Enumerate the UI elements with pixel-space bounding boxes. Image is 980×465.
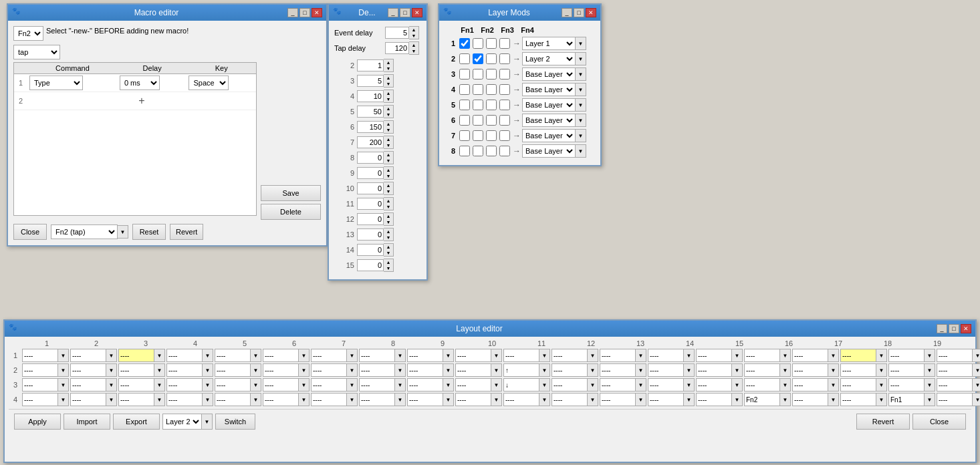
key-input-r2-c9[interactable] — [407, 363, 443, 377]
delay-up-10[interactable]: ▲ — [384, 182, 393, 188]
revert-layout-button[interactable]: Revert — [856, 414, 910, 430]
add-command-btn[interactable]: + — [29, 94, 254, 108]
layer-dropdown-6[interactable]: ▼ — [576, 114, 586, 127]
key-dropdown-r2-c18[interactable]: ▼ — [876, 363, 887, 377]
key-input-r2-c1[interactable] — [22, 363, 58, 377]
key-dropdown-r3-c19[interactable]: ▼ — [925, 378, 935, 392]
key-dropdown-r2-c16[interactable]: ▼ — [780, 363, 791, 377]
key-input-r1-c11[interactable] — [503, 349, 539, 362]
delay-down-12[interactable]: ▼ — [384, 219, 393, 225]
key-input-r1-c18[interactable] — [840, 349, 876, 362]
delay-down-11[interactable]: ▼ — [384, 204, 393, 210]
delay-down-13[interactable]: ▼ — [384, 235, 393, 241]
key-input-r4-c17[interactable] — [792, 393, 828, 406]
key-input-r3-c5[interactable] — [215, 378, 251, 392]
key-input-r1-c10[interactable] — [455, 349, 491, 362]
event-delay-up[interactable]: ▲ — [409, 27, 418, 33]
delay-select[interactable]: 0 ms — [120, 75, 160, 90]
key-input-r2-c19[interactable] — [888, 363, 925, 377]
revert-macro-button[interactable]: Revert — [170, 224, 203, 240]
fn2-check-5[interactable] — [473, 100, 483, 110]
key-input-r2-c10[interactable] — [455, 363, 491, 377]
delay-down-2[interactable]: ▼ — [384, 65, 393, 71]
fn1-check-5[interactable] — [459, 100, 470, 110]
key-dropdown-r4-c5[interactable]: ▼ — [251, 393, 261, 406]
fn2-check-2[interactable] — [473, 53, 483, 64]
delay-input-13[interactable] — [357, 228, 384, 241]
macro-editor-maximize[interactable]: □ — [299, 8, 310, 17]
key-input-r2-c6[interactable] — [263, 363, 299, 377]
fn1-check-6[interactable] — [459, 115, 470, 126]
key-dropdown-r3-c5[interactable]: ▼ — [251, 378, 261, 392]
key-input-r3-c7[interactable] — [311, 378, 347, 392]
key-dropdown-r2-c4[interactable]: ▼ — [203, 363, 213, 377]
key-dropdown-r1-c1[interactable]: ▼ — [58, 349, 69, 362]
key-input-r4-c15[interactable] — [696, 393, 732, 406]
fn4-check-3[interactable] — [499, 69, 510, 80]
fn1-check-4[interactable] — [459, 84, 470, 95]
key-dropdown-r2-c1[interactable]: ▼ — [58, 363, 69, 377]
key-dropdown-r4-c13[interactable]: ▼ — [636, 393, 646, 406]
key-input-r3-c4[interactable] — [166, 378, 203, 392]
apply-button[interactable]: Apply — [14, 414, 61, 430]
key-dropdown-r1-c4[interactable]: ▼ — [203, 349, 213, 362]
delay-down-15[interactable]: ▼ — [384, 265, 393, 271]
key-input-r2-c17[interactable] — [792, 363, 828, 377]
key-input-r4-c18[interactable] — [840, 393, 876, 406]
key-dropdown-r4-c7[interactable]: ▼ — [347, 393, 358, 406]
fn1-check-3[interactable] — [459, 69, 470, 80]
key-dropdown-r2-c2[interactable]: ▼ — [106, 363, 117, 377]
fn2-check-6[interactable] — [473, 115, 483, 126]
fn1-check-2[interactable] — [459, 53, 470, 64]
delay-editor-close[interactable]: ✕ — [412, 8, 422, 17]
key-input-r3-c13[interactable] — [600, 378, 636, 392]
key-dropdown-r1-c17[interactable]: ▼ — [828, 349, 839, 362]
key-input-r1-c12[interactable] — [552, 349, 588, 362]
delay-down-14[interactable]: ▼ — [384, 250, 393, 256]
key-input-r1-c8[interactable] — [359, 349, 395, 362]
fn4-check-7[interactable] — [499, 130, 510, 141]
tap-select[interactable]: tap — [13, 45, 60, 59]
key-input-r1-c7[interactable] — [311, 349, 347, 362]
key-dropdown-r4-c1[interactable]: ▼ — [58, 393, 69, 406]
key-dropdown-r1-c15[interactable]: ▼ — [732, 349, 743, 362]
key-input-r2-c7[interactable] — [311, 363, 347, 377]
delay-input-10[interactable] — [357, 182, 384, 194]
layer-dropdown-3[interactable]: ▼ — [576, 67, 586, 81]
key-input-r3-c6[interactable] — [263, 378, 299, 392]
layer-dropdown-7[interactable]: ▼ — [576, 129, 586, 142]
fn2-check-3[interactable] — [473, 69, 483, 80]
key-input-r1-c20[interactable] — [937, 349, 973, 362]
switch-button[interactable]: Switch — [215, 414, 255, 430]
key-input-r4-c2[interactable] — [70, 393, 106, 406]
key-dropdown-r1-c19[interactable]: ▼ — [925, 349, 935, 362]
key-dropdown-r1-c11[interactable]: ▼ — [539, 349, 550, 362]
delay-input-5[interactable] — [357, 106, 384, 118]
key-dropdown-r2-c7[interactable]: ▼ — [347, 363, 358, 377]
key-input-r4-c14[interactable] — [648, 393, 684, 406]
key-input-r3-c19[interactable] — [888, 378, 925, 392]
layer-select[interactable]: Layer 2 — [162, 414, 202, 430]
key-dropdown-r3-c4[interactable]: ▼ — [203, 378, 213, 392]
key-dropdown-r3-c9[interactable]: ▼ — [443, 378, 454, 392]
key-dropdown-r4-c14[interactable]: ▼ — [684, 393, 695, 406]
key-dropdown-r1-c8[interactable]: ▼ — [395, 349, 406, 362]
key-dropdown-r4-c15[interactable]: ▼ — [732, 393, 743, 406]
key-dropdown-r2-c6[interactable]: ▼ — [299, 363, 310, 377]
key-dropdown-r3-c2[interactable]: ▼ — [106, 378, 117, 392]
key-input-r1-c3[interactable] — [118, 349, 154, 362]
fn2-check-7[interactable] — [473, 130, 483, 141]
layer-dropdown-4[interactable]: ▼ — [576, 83, 586, 96]
fn2tap-dropdown[interactable]: ▼ — [118, 225, 128, 239]
key-input-r2-c12[interactable] — [552, 363, 588, 377]
key-input-r1-c13[interactable] — [600, 349, 636, 362]
delay-input-7[interactable] — [357, 136, 384, 148]
key-input-r1-c5[interactable] — [215, 349, 251, 362]
key-dropdown-r3-c7[interactable]: ▼ — [347, 378, 358, 392]
key-input-r3-c14[interactable] — [648, 378, 684, 392]
key-dropdown-r3-c3[interactable]: ▼ — [154, 378, 165, 392]
key-dropdown-r3-c12[interactable]: ▼ — [588, 378, 598, 392]
layout-editor-minimize[interactable]: _ — [937, 324, 947, 333]
delay-up-9[interactable]: ▲ — [384, 167, 393, 173]
delay-down-10[interactable]: ▼ — [384, 188, 393, 194]
